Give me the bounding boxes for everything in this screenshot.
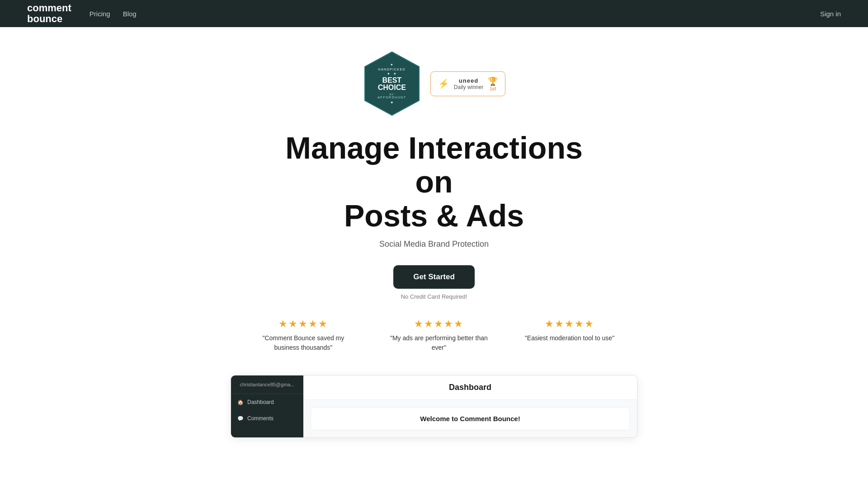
review-text-3: "Easiest moderation tool to use" [525,333,614,343]
uneed-badge: ⚡ uneed Daily winner 🏆 1st [430,71,505,96]
no-credit-card-text: No Credit Card Required! [401,293,467,300]
dashboard-welcome: Welcome to Comment Bounce! [311,407,630,430]
review-text-2: "My ads are performing better than ever" [389,333,489,352]
stars-2: ★★★★★ [414,318,464,330]
hero-heading: Manage Interactions on Posts & Ads [280,131,588,232]
trophy-icon: 🏆 [488,76,498,86]
uneed-logo: uneed [454,77,483,84]
sidebar-label-comments: Comments [247,415,274,422]
navbar: comment bounce Pricing Blog Sign in [0,0,868,27]
heading-line1: Manage Interactions on [285,131,583,199]
nav-left: comment bounce Pricing Blog [27,3,137,24]
sidebar-item-comments[interactable]: 💬 Comments [231,410,303,427]
hero-subheading: Social Media Brand Protection [379,239,489,249]
logo-line2: bounce [27,14,71,24]
uneed-rank: 1st [490,86,496,91]
sign-in-button[interactable]: Sign in [820,10,841,18]
badge-deco-bottom: ✦ [390,100,394,105]
sidebar-item-dashboard[interactable]: 🏠 Dashboard [231,394,303,410]
badges-row: ✦ HANDPICKED ✦ ✦ BEST CHOICE BY AFFORDHU… [363,50,505,117]
review-2: ★★★★★ "My ads are performing better than… [389,318,489,352]
uneed-bolt-icon: ⚡ [438,78,449,89]
reviews-row: ★★★★★ "Comment Bounce saved my business … [217,318,651,352]
badge-handpicked: HANDPICKED [378,68,406,71]
stars-3: ★★★★★ [545,318,594,330]
dashboard-icon: 🏠 [237,399,244,405]
badge-deco-top: ✦ [390,63,393,67]
review-text-1: "Comment Bounce saved my business thousa… [254,333,353,352]
nav-pricing[interactable]: Pricing [90,10,110,18]
affordhunt-badge: ✦ HANDPICKED ✦ ✦ BEST CHOICE BY AFFORDHU… [363,50,421,117]
dashboard-title: Dashboard [303,375,637,400]
nav-links: Pricing Blog [90,10,137,18]
heading-line2: Posts & Ads [344,198,524,233]
dashboard-preview: christianlance85@gma... 🏠 Dashboard 💬 Co… [231,375,637,438]
badge-affordhunt: AFFORDHUNT [377,96,406,99]
hero-section: ✦ HANDPICKED ✦ ✦ BEST CHOICE BY AFFORDHU… [0,27,868,451]
sidebar-label-dashboard: Dashboard [247,399,274,405]
dashboard-main: Dashboard Welcome to Comment Bounce! [303,375,637,437]
uneed-trophy-block: 🏆 1st [488,76,498,91]
badge-stars: ✦ ✦ [387,72,396,76]
nav-blog[interactable]: Blog [123,10,137,18]
review-3: ★★★★★ "Easiest moderation tool to use" [525,318,614,352]
dashboard-sidebar: christianlance85@gma... 🏠 Dashboard 💬 Co… [231,375,303,437]
badge-best-choice: BEST CHOICE [369,77,415,91]
review-1: ★★★★★ "Comment Bounce saved my business … [254,318,353,352]
comments-icon: 💬 [237,416,244,422]
logo[interactable]: comment bounce [27,3,71,24]
stars-1: ★★★★★ [278,318,328,330]
get-started-button[interactable]: Get Started [393,265,475,289]
uneed-text-block: uneed Daily winner [454,77,483,90]
dashboard-user: christianlance85@gma... [231,375,303,394]
logo-line1: comment [27,3,71,14]
badge-inner: ✦ HANDPICKED ✦ ✦ BEST CHOICE BY AFFORDHU… [369,63,415,105]
uneed-daily: Daily winner [454,84,483,90]
